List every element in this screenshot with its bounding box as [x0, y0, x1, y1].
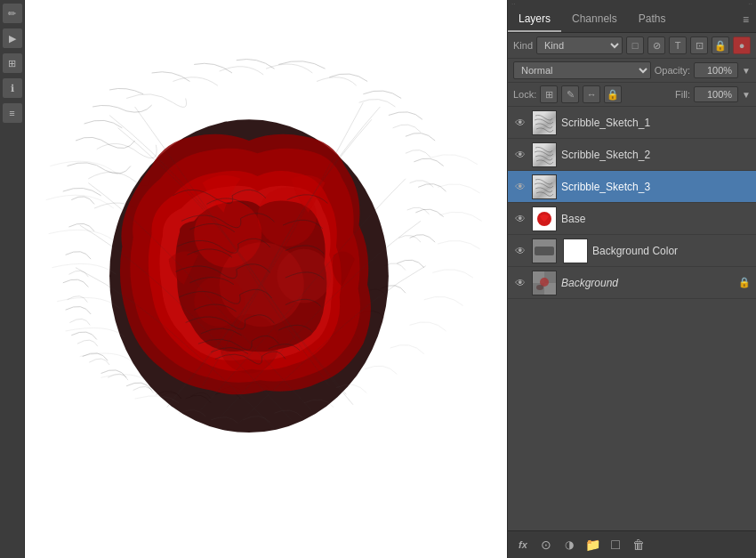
tab-layers[interactable]: Layers: [508, 7, 561, 32]
lock-position-btn[interactable]: ↔: [583, 85, 600, 103]
left-toolbar: ✏ ▶ ⊞ ℹ ≡: [0, 0, 25, 558]
layer-thumb-6: [532, 271, 557, 295]
fill-value[interactable]: 100%: [694, 86, 738, 102]
opacity-label: Opacity:: [655, 65, 690, 76]
layers-list: 👁 Scribble_Sketch_1 👁: [508, 107, 756, 530]
layer-visibility-4[interactable]: 👁: [513, 212, 527, 226]
layer-visibility-3[interactable]: 👁: [513, 180, 527, 194]
filter-icon-adjust[interactable]: ⊘: [647, 36, 665, 54]
layer-item-scribble-sketch-3[interactable]: 👁 Scribble_Sketch_3: [508, 171, 756, 203]
right-panel: ·· ·· Layers Channels Paths ≡ Kind Kind …: [507, 0, 756, 558]
layer-thumb-4: [532, 206, 557, 231]
blend-row: Normal Opacity: 100% ▼: [508, 59, 756, 83]
svg-rect-14: [535, 247, 554, 255]
layer-name-3: Scribble_Sketch_3: [561, 181, 751, 193]
fx-button[interactable]: fx: [513, 535, 533, 554]
group-button[interactable]: 📁: [583, 535, 602, 554]
fill-arrow: ▼: [742, 90, 751, 100]
layer-thumb-1: [532, 110, 557, 135]
layer-name-1: Scribble_Sketch_1: [561, 117, 751, 129]
tool-brush[interactable]: ✏: [3, 4, 22, 23]
tab-channels[interactable]: Channels: [561, 7, 628, 32]
tool-play[interactable]: ▶: [3, 28, 22, 48]
lock-row: Lock: ⊞ ✎ ↔ 🔒 Fill: 100% ▼: [508, 83, 756, 107]
panel-menu-button[interactable]: ≡: [736, 10, 756, 29]
layer-item-scribble-sketch-1[interactable]: 👁 Scribble_Sketch_1: [508, 107, 756, 139]
panel-drag-handle: ·· ··: [508, 0, 756, 7]
layer-thumb-5a: [532, 239, 557, 263]
panel-tabs: Layers Channels Paths ≡: [508, 7, 756, 33]
opacity-value[interactable]: 100%: [694, 62, 738, 78]
layer-name-4: Base: [561, 213, 751, 225]
layer-item-background[interactable]: 👁 Background 🔒: [508, 267, 756, 299]
filter-icon-pixel[interactable]: □: [626, 36, 644, 54]
svg-point-19: [536, 285, 543, 290]
panel-bottom: fx ⊙ ◑ 📁 □ 🗑: [508, 530, 756, 558]
lock-all-btn[interactable]: 🔒: [604, 85, 622, 103]
fill-label: Fill:: [675, 89, 690, 100]
layer-item-background-color[interactable]: 👁 Background Color: [508, 235, 756, 267]
layer-visibility-5[interactable]: 👁: [513, 244, 527, 258]
tool-info[interactable]: ℹ: [3, 78, 22, 98]
layer-lock-icon: 🔒: [738, 277, 751, 288]
lock-transparent-btn[interactable]: ⊞: [540, 85, 558, 103]
artwork-svg: [25, 0, 507, 558]
layer-item-base[interactable]: 👁 Base: [508, 203, 756, 235]
layer-name-6: Background: [561, 277, 734, 289]
canvas-content: [25, 0, 507, 558]
layer-thumb-2: [532, 142, 557, 167]
add-mask-button[interactable]: ⊙: [536, 535, 556, 554]
tool-list[interactable]: ≡: [3, 103, 22, 123]
filter-icon-shape[interactable]: ⊡: [690, 36, 708, 54]
filter-icon-type[interactable]: T: [669, 36, 687, 54]
delete-layer-button[interactable]: 🗑: [629, 535, 648, 554]
filter-row: Kind Kind □ ⊘ T ⊡ 🔒 ●: [508, 33, 756, 59]
layer-thumb-5b: [563, 239, 588, 263]
filter-icon-color[interactable]: ●: [733, 36, 751, 54]
layer-item-scribble-sketch-2[interactable]: 👁 Scribble_Sketch_2: [508, 139, 756, 171]
canvas-area: [25, 0, 507, 558]
layer-visibility-2[interactable]: 👁: [513, 148, 527, 162]
layer-thumb-3: [532, 174, 557, 199]
layer-name-2: Scribble_Sketch_2: [561, 149, 751, 161]
opacity-arrow: ▼: [742, 66, 751, 76]
lock-label: Lock:: [513, 89, 536, 100]
layer-visibility-1[interactable]: 👁: [513, 116, 527, 130]
adjustment-button[interactable]: ◑: [559, 535, 579, 554]
layer-visibility-6[interactable]: 👁: [513, 276, 527, 290]
tab-paths[interactable]: Paths: [628, 7, 677, 32]
lock-image-btn[interactable]: ✎: [561, 85, 579, 103]
filter-kind-select[interactable]: Kind: [536, 36, 623, 54]
new-layer-button[interactable]: □: [606, 535, 625, 554]
filter-label: Kind: [513, 40, 533, 51]
layer-name-5: Background Color: [592, 245, 751, 257]
blend-mode-select[interactable]: Normal: [513, 61, 651, 79]
filter-icon-smart[interactable]: 🔒: [712, 36, 729, 54]
tool-add[interactable]: ⊞: [3, 53, 22, 73]
svg-point-6: [277, 249, 331, 303]
